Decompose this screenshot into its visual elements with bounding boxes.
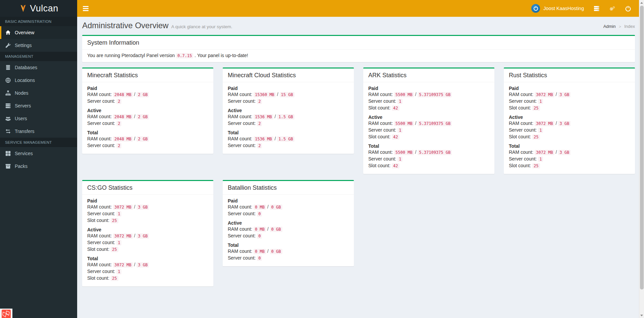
sidebar-item-settings[interactable]: Settings xyxy=(0,39,77,52)
stat-group-paid: PaidRAM count: 15360 MB / 15 GBServer co… xyxy=(228,85,349,105)
stat-row-slot-count: Slot count: 25 xyxy=(87,217,208,224)
stat-value-chip: 3072 MB xyxy=(113,205,133,210)
app-window: Vulcan BASIC ADMINISTRATIONOverviewSetti… xyxy=(0,0,644,318)
stat-row-server-count: Server count: 1 xyxy=(87,239,208,246)
scrollbar-down-arrow[interactable] xyxy=(639,313,644,318)
stat-row-server-count: Server count: 2 xyxy=(87,98,208,105)
sidebar-item-databases[interactable]: Databases xyxy=(0,61,77,74)
stat-value-chip: 25 xyxy=(111,218,118,223)
stat-row-server-count: Server count: 1 xyxy=(368,156,489,163)
sidebar-item-servers[interactable]: Servers xyxy=(0,99,77,112)
stat-value-chip: 2 xyxy=(257,143,262,148)
sidebar-item-users[interactable]: Users xyxy=(0,112,77,125)
stat-card-minecraft-statistics: Minecraft StatisticsPaidRAM count: 2048 … xyxy=(82,67,213,154)
content-header: Administrative OverviewA quick glance at… xyxy=(82,20,635,32)
sidebar-item-locations[interactable]: Locations xyxy=(0,74,77,87)
stat-value-chip: 25 xyxy=(111,247,118,252)
navbar-cogs-button[interactable] xyxy=(604,0,620,17)
stat-value-chip: 5500 MB xyxy=(394,150,414,155)
sidebar-item-services[interactable]: Services xyxy=(0,147,77,160)
stat-row-ram-count: RAM count: 15360 MB / 15 GB xyxy=(228,91,349,98)
stat-row-server-count: Server count: 1 xyxy=(87,268,208,275)
stat-value-chip: 5.37109375 GB xyxy=(418,150,452,155)
breadcrumb: Admin > Index xyxy=(603,24,635,29)
stat-value-chip: 5.37109375 GB xyxy=(418,121,452,126)
stat-row-server-count: Server count: 2 xyxy=(87,120,208,127)
sidebar-item-label: Services xyxy=(15,151,33,156)
stat-value-chip: 1.5 GB xyxy=(277,136,294,142)
value-separator: / xyxy=(133,204,137,210)
stat-row-ram-count: RAM count: 3072 MB / 3 GB xyxy=(87,262,208,268)
stat-value-chip: 3072 MB xyxy=(535,150,554,155)
sidebar-toggle-button[interactable] xyxy=(77,0,94,17)
stat-group-label: Active xyxy=(228,107,349,113)
value-separator: / xyxy=(276,92,280,97)
stat-value-chip: 1 xyxy=(397,156,402,162)
sidebar-item-packs[interactable]: Packs xyxy=(0,160,77,173)
stat-group-label: Active xyxy=(87,227,208,233)
value-separator: / xyxy=(554,149,558,155)
stat-value-chip: 5500 MB xyxy=(394,92,414,97)
stat-row-server-count: Server count: 2 xyxy=(228,98,349,105)
stat-row-ram-count: RAM count: 5500 MB / 5.37109375 GB xyxy=(368,149,489,156)
stat-group-active: ActiveRAM count: 0 MB / 0 GBServer count… xyxy=(228,220,349,239)
sidebar-item-overview[interactable]: Overview xyxy=(0,26,77,39)
stat-row-ram-count: RAM count: 3072 MB / 3 GB xyxy=(87,204,208,211)
stat-value-chip: 0 GB xyxy=(270,205,282,210)
stat-row-server-count: Server count: 2 xyxy=(228,142,349,149)
value-separator: / xyxy=(414,121,418,126)
vertical-scrollbar xyxy=(639,0,644,318)
value-separator: / xyxy=(133,136,137,141)
page-title: Administrative OverviewA quick glance at… xyxy=(82,20,232,32)
hamburger-icon xyxy=(83,6,89,7)
debugbar-toggle[interactable] xyxy=(0,309,12,318)
stat-group-total: TotalRAM count: 1536 MB / 1.5 GBServer c… xyxy=(228,130,349,149)
database-icon xyxy=(5,65,11,70)
stat-group-total: TotalRAM count: 3072 MB / 3 GBServer cou… xyxy=(509,143,630,169)
stat-row-ram-count: RAM count: 3072 MB / 3 GB xyxy=(509,149,630,156)
stat-value-chip: 2048 MB xyxy=(113,92,133,97)
brand-logo[interactable]: Vulcan xyxy=(0,0,77,17)
sidebar-item-transfers[interactable]: Transfers xyxy=(0,125,77,138)
stat-value-chip: 42 xyxy=(392,105,399,111)
server-icon xyxy=(5,103,11,108)
top-navbar: Joost KaasHosting xyxy=(77,0,644,17)
sidebar-item-label: Users xyxy=(15,116,27,121)
sidebar-item-nodes[interactable]: Nodes xyxy=(0,87,77,99)
stat-group-label: Paid xyxy=(228,85,349,91)
stat-group-paid: PaidRAM count: 5500 MB / 5.37109375 GBSe… xyxy=(368,85,489,111)
stat-card-body: PaidRAM count: 0 MB / 0 GBServer count: … xyxy=(223,195,354,266)
navbar-power-button[interactable] xyxy=(620,0,636,17)
sidebar-menu: BASIC ADMINISTRATIONOverviewSettingsMANA… xyxy=(0,17,77,173)
stat-row-server-count: Server count: 1 xyxy=(509,98,630,105)
scrollbar-up-arrow[interactable] xyxy=(639,0,644,5)
stat-group-label: Paid xyxy=(87,85,208,91)
value-separator: / xyxy=(414,149,418,155)
stat-value-chip: 15 GB xyxy=(280,92,294,97)
sidebar-item-label: Settings xyxy=(15,43,32,48)
stat-value-chip: 2 xyxy=(257,99,262,104)
stat-row-ram-count: RAM count: 3072 MB / 3 GB xyxy=(509,91,630,98)
user-menu[interactable]: Joost KaasHosting xyxy=(527,0,589,17)
stat-value-chip: 0 MB xyxy=(254,249,266,254)
value-separator: / xyxy=(414,92,418,97)
sitemap-icon xyxy=(5,90,11,96)
scrollbar-thumb[interactable] xyxy=(640,6,644,289)
stat-value-chip: 2048 MB xyxy=(113,114,133,120)
stat-row-ram-count: RAM count: 2048 MB / 2 GB xyxy=(87,136,208,142)
stat-card-body: PaidRAM count: 15360 MB / 15 GBServer co… xyxy=(223,82,354,154)
stat-value-chip: 42 xyxy=(392,134,399,140)
navbar-server-list-button[interactable] xyxy=(589,0,604,17)
stat-value-chip: 0 GB xyxy=(270,227,282,232)
stat-row-server-count: Server count: 1 xyxy=(368,127,489,134)
stat-row-slot-count: Slot count: 42 xyxy=(368,134,489,140)
stat-value-chip: 25 xyxy=(532,163,540,169)
stat-row-server-count: Server count: 1 xyxy=(368,98,489,105)
breadcrumb-admin-link[interactable]: Admin xyxy=(603,24,616,29)
stat-value-chip: 1 xyxy=(116,211,121,217)
stat-value-chip: 3072 MB xyxy=(535,92,554,97)
stat-card-title: Minecraft Statistics xyxy=(82,69,213,82)
stat-group-label: Total xyxy=(509,143,630,149)
stat-value-chip: 1 xyxy=(538,156,543,162)
stat-value-chip: 3 GB xyxy=(137,262,149,268)
